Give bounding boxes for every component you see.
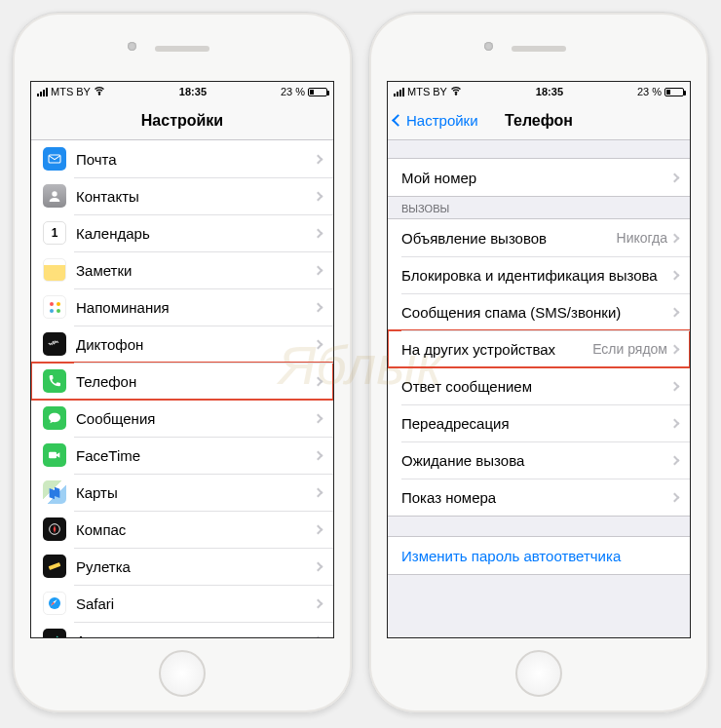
settings-row-notes[interactable]: Заметки (31, 251, 333, 288)
link-label: Изменить пароль автоответчика (401, 548, 680, 564)
svg-rect-5 (49, 562, 61, 570)
phone-settings-list[interactable]: Мой номерВызовыОбъявление вызововНикогда… (388, 140, 690, 637)
battery-icon (308, 88, 327, 96)
settings-list[interactable]: ПочтаКонтакты1КалендарьЗаметкиНапоминани… (31, 140, 333, 637)
home-button[interactable] (515, 650, 562, 697)
row-label: Сообщения спама (SMS/звонки) (401, 304, 671, 321)
msg-icon (43, 406, 66, 430)
chevron-right-icon (314, 376, 323, 386)
settings-row-stocks[interactable]: Акции (31, 622, 333, 637)
battery-icon (664, 88, 684, 96)
row-label: Сообщения (76, 410, 315, 427)
row-value: Если рядом (592, 341, 667, 357)
status-bar: MTS BY 18:35 23 % (31, 82, 333, 101)
speaker-grille (512, 46, 566, 52)
back-button[interactable]: Настройки (394, 101, 478, 139)
settings-row[interactable]: Сообщения спама (SMS/звонки) (388, 293, 690, 330)
change-voicemail-password[interactable]: Изменить пароль автоответчика (388, 537, 690, 574)
battery-percent: 23 % (637, 86, 662, 97)
settings-row-ft[interactable]: FaceTime (31, 437, 333, 474)
chevron-right-icon (670, 233, 680, 243)
svg-rect-1 (49, 155, 60, 163)
chevron-right-icon (314, 561, 323, 571)
front-camera (128, 42, 136, 51)
page-title: Телефон (505, 112, 573, 130)
chevron-right-icon (670, 455, 680, 465)
settings-row[interactable]: Показ номера (388, 479, 690, 516)
row-label: Карты (76, 484, 315, 501)
row-label: Заметки (76, 262, 315, 279)
settings-row[interactable]: На других устройствахЕсли рядом (388, 330, 690, 367)
group-my-number: Мой номер (388, 158, 690, 197)
row-label: Блокировка и идентификация вызова (401, 267, 671, 284)
contacts-icon (43, 184, 66, 208)
iphone-frame-left: MTS BY 18:35 23 % Настройки ПочтаКонтакт… (12, 12, 353, 713)
row-label: Safari (76, 595, 315, 612)
chevron-right-icon (670, 270, 680, 280)
row-label: Компас (76, 521, 315, 538)
home-button[interactable] (159, 650, 206, 697)
row-label: Контакты (76, 188, 315, 205)
screen-left: MTS BY 18:35 23 % Настройки ПочтаКонтакт… (30, 81, 334, 638)
settings-row[interactable]: Переадресация (388, 404, 690, 441)
safari-icon (43, 592, 66, 615)
settings-row-msg[interactable]: Сообщения (31, 400, 333, 437)
wifi-icon (450, 85, 462, 98)
clock: 18:35 (105, 86, 281, 97)
chevron-right-icon (314, 598, 323, 608)
chevron-right-icon (314, 265, 323, 275)
settings-row[interactable]: Объявление вызововНикогда (388, 219, 690, 256)
row-label: Показ номера (401, 489, 671, 506)
ft-icon (43, 443, 66, 467)
chevron-right-icon (670, 307, 680, 317)
notes-icon (43, 258, 66, 282)
chevron-right-icon (314, 413, 323, 423)
settings-row-voice[interactable]: Диктофон (31, 326, 333, 363)
page-title: Настройки (141, 112, 223, 130)
row-value: Никогда (617, 230, 667, 246)
settings-row-mail[interactable]: Почта (31, 140, 333, 177)
row-label: Объявление вызовов (401, 230, 617, 247)
settings-row[interactable]: Ожидание вызова (388, 441, 690, 479)
row-label: Рулетка (76, 558, 315, 575)
settings-row-cal[interactable]: 1Календарь (31, 214, 333, 251)
row-label: Почта (76, 151, 315, 168)
signal-icon (394, 88, 404, 96)
chevron-right-icon (670, 418, 680, 428)
settings-row[interactable]: Мой номер (388, 159, 690, 196)
maps-icon (43, 480, 66, 504)
nav-header: Настройки Телефон (388, 101, 690, 140)
settings-row[interactable]: Блокировка и идентификация вызова (388, 256, 690, 293)
battery-percent: 23 % (281, 86, 305, 97)
settings-row-remind[interactable]: Напоминания (31, 288, 333, 326)
speaker-grille (155, 46, 209, 52)
chevron-right-icon (314, 154, 323, 164)
group-calls: Объявление вызововНикогдаБлокировка и ид… (388, 218, 690, 517)
settings-row[interactable]: Ответ сообщением (388, 367, 690, 404)
settings-row-maps[interactable]: Карты (31, 474, 333, 511)
carrier-label: MTS BY (51, 86, 91, 97)
group-voicemail: Изменить пароль автоответчика (388, 536, 690, 575)
signal-icon (37, 88, 48, 96)
chevron-right-icon (670, 381, 680, 391)
iphone-frame-right: MTS BY 18:35 23 % Настройки Телефон Мой … (368, 12, 709, 713)
settings-row-contacts[interactable]: Контакты (31, 177, 333, 214)
wifi-icon (94, 85, 105, 98)
settings-row-safari[interactable]: Safari (31, 585, 333, 622)
chevron-right-icon (314, 302, 323, 312)
compass-icon (43, 517, 66, 541)
nav-header: Настройки (31, 101, 333, 140)
row-label: Мой номер (401, 170, 671, 186)
settings-row-measure[interactable]: Рулетка (31, 548, 333, 585)
settings-row-compass[interactable]: Компас (31, 511, 333, 548)
cal-icon: 1 (43, 221, 66, 245)
row-label: Телефон (76, 373, 315, 390)
svg-point-7 (455, 94, 456, 95)
svg-point-0 (98, 94, 99, 95)
row-label: Переадресация (401, 415, 671, 432)
chevron-right-icon (314, 191, 323, 201)
row-label: FaceTime (76, 447, 315, 464)
svg-rect-3 (49, 452, 57, 459)
settings-row-phone[interactable]: Телефон (31, 363, 333, 400)
voice-icon (43, 332, 66, 356)
